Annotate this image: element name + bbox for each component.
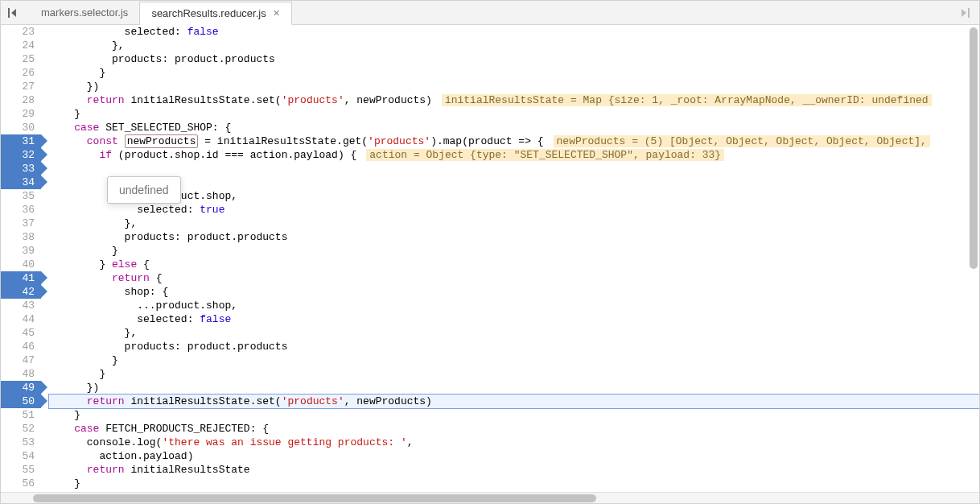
code-line[interactable]: } [49, 244, 979, 258]
code-line[interactable]: shop: { [49, 285, 979, 299]
svg-rect-3 [968, 8, 970, 18]
code-line[interactable]: return initialResultsState [49, 463, 979, 477]
gutter-line[interactable]: 28 [12, 93, 35, 107]
gutter-line[interactable]: 34 [1, 176, 41, 189]
gutter-line[interactable]: 23 [12, 25, 35, 39]
gutter-line[interactable]: 53 [12, 436, 35, 449]
code-line[interactable]: products: product.products [49, 340, 979, 353]
code-editor[interactable]: 2324252627282930313233343536373839404142… [1, 25, 979, 492]
code-line[interactable] [49, 176, 979, 189]
tab-label: searchResults.reducer.js [151, 7, 266, 19]
gutter-line[interactable]: 48 [12, 367, 35, 381]
horizontal-scrollbar[interactable] [1, 492, 979, 503]
gutter-line[interactable]: 31 [1, 134, 41, 148]
code-line[interactable]: } [49, 367, 979, 381]
code-line[interactable]: } [49, 107, 979, 121]
code-line[interactable]: const newProducts = initialResultsState.… [49, 134, 979, 148]
code-line[interactable]: } else { [49, 258, 979, 271]
gutter-line[interactable]: 37 [12, 217, 35, 230]
nav-forward-icon[interactable] [953, 8, 973, 18]
code-line[interactable]: return { [49, 271, 979, 285]
code-line[interactable]: ...product.shop, [49, 189, 979, 203]
code-line[interactable]: }) [49, 381, 979, 395]
gutter-line[interactable]: 36 [12, 203, 35, 217]
tooltip-text: undefined [119, 184, 169, 196]
gutter-line[interactable]: 32 [1, 148, 41, 162]
code-line[interactable]: action.payload) [49, 449, 979, 463]
tab-label: markers.selector.js [41, 6, 128, 19]
gutter-line[interactable]: 42 [1, 285, 41, 299]
code-line[interactable]: console.log('there was an issue getting … [49, 436, 979, 449]
vertical-scrollbar[interactable] [969, 24, 978, 493]
tab-inactive[interactable]: markers.selector.js [30, 2, 140, 24]
inline-debug-value: initialResultsState = Map {size: 1, _roo… [442, 94, 932, 106]
code-line[interactable]: case FETCH_PRODUCTS_REJECTED: { [49, 422, 979, 436]
gutter-line[interactable]: 38 [12, 230, 35, 244]
code-line[interactable]: } [49, 408, 979, 422]
tab-active[interactable]: searchResults.reducer.js ✕ [140, 2, 291, 25]
code-line[interactable]: products: product.products [49, 52, 979, 66]
code-line[interactable]: products: product.products [49, 230, 979, 244]
code-line[interactable]: if (product.shop.id === action.payload) … [49, 148, 979, 162]
gutter-line[interactable]: 50 [1, 395, 41, 408]
gutter-line[interactable]: 43 [12, 299, 35, 312]
gutter-line[interactable]: 46 [12, 340, 35, 353]
close-icon[interactable]: ✕ [273, 8, 280, 19]
gutter-line[interactable]: 41 [1, 271, 41, 285]
gutter-line[interactable]: 45 [12, 326, 35, 340]
code-line[interactable]: }) [49, 80, 979, 93]
code-line[interactable]: selected: false [49, 312, 979, 326]
vertical-scroll-thumb[interactable] [970, 27, 978, 269]
gutter-line[interactable]: 33 [1, 162, 41, 176]
code-line[interactable]: } [49, 353, 979, 367]
tabs: markers.selector.js searchResults.reduce… [30, 2, 953, 24]
code-area[interactable]: selected: false }, products: product.pro… [41, 25, 979, 492]
gutter-line[interactable]: 49 [1, 381, 41, 395]
code-line[interactable]: return initialResultsState.set('products… [49, 395, 979, 408]
gutter-line[interactable]: 51 [12, 408, 35, 422]
gutter-line[interactable]: 35 [12, 189, 35, 203]
code-line[interactable]: case SET_SELECTED_SHOP: { [49, 121, 979, 134]
nav-back-icon[interactable] [7, 6, 22, 20]
gutter-line[interactable]: 39 [12, 244, 35, 258]
gutter-line[interactable]: 44 [12, 312, 35, 326]
code-line[interactable]: } [49, 477, 979, 490]
code-line[interactable] [49, 162, 979, 176]
inline-debug-value: action = Object {type: "SET_SELECTED_SHO… [366, 149, 724, 161]
gutter-line[interactable]: 25 [12, 52, 35, 66]
gutter-line[interactable]: 40 [12, 258, 35, 271]
line-gutter: 2324252627282930313233343536373839404142… [1, 25, 41, 492]
code-line[interactable]: }, [49, 39, 979, 52]
gutter-line[interactable]: 55 [12, 463, 35, 477]
code-line[interactable]: selected: false [49, 25, 979, 39]
tab-bar: markers.selector.js searchResults.reduce… [1, 1, 979, 25]
svg-marker-2 [961, 9, 966, 17]
editor-container: markers.selector.js searchResults.reduce… [0, 0, 980, 504]
code-line[interactable]: }, [49, 326, 979, 340]
gutter-line[interactable]: 56 [12, 477, 35, 490]
svg-marker-1 [11, 9, 16, 17]
gutter-line[interactable]: 30 [12, 121, 35, 134]
gutter-line[interactable]: 26 [12, 66, 35, 80]
code-line[interactable]: }, [49, 217, 979, 230]
gutter-line[interactable]: 29 [12, 107, 35, 121]
gutter-line[interactable]: 52 [12, 422, 35, 436]
svg-rect-0 [8, 8, 10, 18]
gutter-line[interactable]: 47 [12, 353, 35, 367]
code-line[interactable]: ...product.shop, [49, 299, 979, 312]
hover-tooltip: undefined [107, 176, 181, 204]
gutter-line[interactable]: 27 [12, 80, 35, 93]
code-line[interactable]: selected: true [49, 203, 979, 217]
code-line[interactable]: return initialResultsState.set('products… [49, 93, 979, 107]
horizontal-scroll-thumb[interactable] [33, 494, 596, 502]
code-line[interactable]: } [49, 66, 979, 80]
gutter-line[interactable]: 54 [12, 449, 35, 463]
inline-debug-value: newProducts = (5) [Object, Object, Objec… [554, 135, 930, 147]
gutter-line[interactable]: 24 [12, 39, 35, 52]
